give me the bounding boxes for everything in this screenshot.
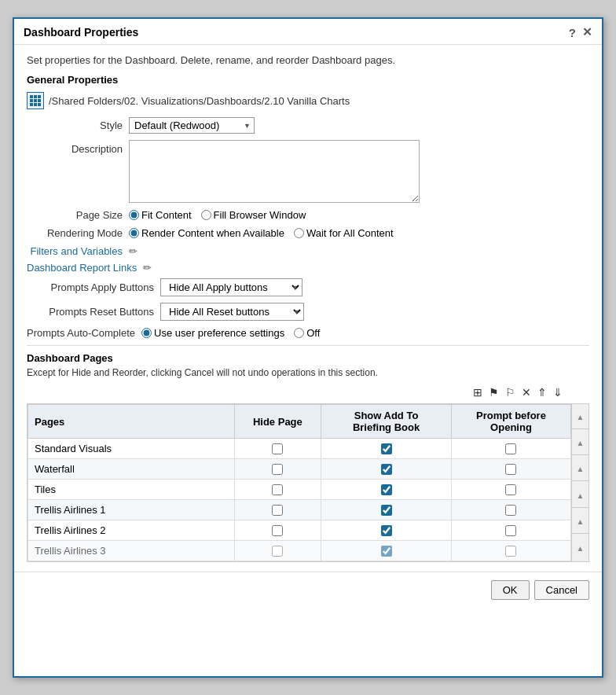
prompts-autocomplete-radio-group: Use user preference settings Off <box>141 327 320 339</box>
hide-page-trellis2 <box>234 520 321 541</box>
ok-button[interactable]: OK <box>491 580 530 600</box>
table-row: Standard Visuals <box>28 439 571 459</box>
rendering-mode-radio-group: Render Content when Available Wait for A… <box>129 227 394 239</box>
hide-checkbox-standard-visuals[interactable] <box>272 443 283 454</box>
scroll-btn-6[interactable]: ▲ <box>572 536 588 560</box>
autocomplete-user-pref-label: Use user preference settings <box>154 327 284 339</box>
scroll-btn-3[interactable]: ▲ <box>572 458 588 481</box>
table-row: Trellis Airlines 1 <box>28 500 571 520</box>
pages-table-outer: Pages Hide Page Show Add ToBriefing Book… <box>27 403 589 562</box>
prompt-checkbox-standard-visuals[interactable] <box>505 443 516 454</box>
report-links-pencil-icon[interactable]: ✏ <box>143 262 152 274</box>
move-up-icon[interactable]: ⇑ <box>536 384 548 400</box>
rendering-mode-label: Rendering Mode <box>27 227 129 239</box>
delete-icon[interactable]: ✕ <box>520 384 533 400</box>
pages-note: Except for Hide and Reorder, clicking Ca… <box>27 367 589 378</box>
pages-section-title: Dashboard Pages <box>27 352 589 364</box>
scroll-btn-1[interactable]: ▲ <box>572 406 588 429</box>
description-textarea[interactable] <box>129 140 420 203</box>
autocomplete-off-option[interactable]: Off <box>294 327 320 339</box>
grid-cell <box>34 103 37 106</box>
prompt-waterfall <box>451 459 570 480</box>
show-add-checkbox-trellis3[interactable] <box>381 546 392 557</box>
rendering-wait-option[interactable]: Wait for All Content <box>294 227 394 239</box>
prompts-apply-select-wrapper: Hide All Apply buttons Show All Apply bu… <box>160 278 302 296</box>
move-down-icon[interactable]: ⇓ <box>552 384 564 400</box>
grid-cell <box>34 99 37 102</box>
prompts-reset-select[interactable]: Hide All Reset buttons Show All Reset bu… <box>160 303 304 321</box>
pages-table-wrapper: Pages Hide Page Show Add ToBriefing Book… <box>27 403 572 562</box>
scroll-btn-2[interactable]: ▲ <box>572 432 588 455</box>
close-icon[interactable]: ✕ <box>582 25 592 39</box>
hide-checkbox-trellis3[interactable] <box>272 546 283 557</box>
pages-table: Pages Hide Page Show Add ToBriefing Book… <box>28 404 571 561</box>
table-row: Trellis Airlines 2 <box>28 520 571 541</box>
page-name-trellis1: Trellis Airlines 1 <box>28 500 235 520</box>
prompt-checkbox-waterfall[interactable] <box>505 464 516 475</box>
dialog-footer: OK Cancel <box>14 572 602 608</box>
prompts-autocomplete-label: Prompts Auto-Complete <box>27 327 141 339</box>
hide-checkbox-tiles[interactable] <box>272 484 283 495</box>
dashboard-properties-dialog: Dashboard Properties ? ✕ Set properties … <box>13 17 603 678</box>
page-name-tiles: Tiles <box>28 480 235 500</box>
grid-cell <box>30 99 33 102</box>
dialog-header: Dashboard Properties ? ✕ <box>14 19 602 45</box>
scroll-btn-5[interactable]: ▲ <box>572 510 588 534</box>
show-add-trellis3 <box>321 541 452 561</box>
filter1-icon[interactable]: ⚑ <box>487 384 500 400</box>
filter2-icon[interactable]: ⚐ <box>504 384 517 400</box>
scroll-btn-4[interactable]: ▲ <box>572 484 588 508</box>
cancel-button[interactable]: Cancel <box>534 580 589 600</box>
prompts-autocomplete-row: Prompts Auto-Complete Use user preferenc… <box>27 327 589 339</box>
grid-cell <box>38 95 41 98</box>
page-size-row: Page Size Fit Content Fill Browser Windo… <box>27 209 589 221</box>
grid-cell <box>38 99 41 102</box>
autocomplete-off-radio[interactable] <box>294 328 304 338</box>
hide-checkbox-waterfall[interactable] <box>272 464 283 475</box>
page-size-fit-radio[interactable] <box>129 210 139 220</box>
hide-checkbox-trellis1[interactable] <box>272 505 283 516</box>
filters-pencil-icon[interactable]: ✏ <box>129 245 138 257</box>
show-add-checkbox-waterfall[interactable] <box>381 464 392 475</box>
autocomplete-user-pref-option[interactable]: Use user preference settings <box>141 327 284 339</box>
page-name-standard-visuals: Standard Visuals <box>28 439 235 459</box>
rendering-available-option[interactable]: Render Content when Available <box>129 227 284 239</box>
table-scroll-buttons: ▲ ▲ ▲ ▲ ▲ ▲ <box>572 403 589 562</box>
style-select-wrapper: Default (Redwood) Default Modern <box>129 117 255 134</box>
hide-page-waterfall <box>234 459 321 480</box>
style-row: Style Default (Redwood) Default Modern <box>27 117 589 134</box>
prompt-checkbox-trellis3[interactable] <box>505 546 516 557</box>
col-header-pages: Pages <box>28 405 235 439</box>
page-size-fill-radio[interactable] <box>201 210 211 220</box>
autocomplete-user-pref-radio[interactable] <box>141 328 152 338</box>
prompt-checkbox-trellis2[interactable] <box>505 525 516 536</box>
prompts-reset-label: Prompts Reset Buttons <box>27 306 160 318</box>
prompt-checkbox-tiles[interactable] <box>505 484 516 495</box>
prompts-apply-select[interactable]: Hide All Apply buttons Show All Apply bu… <box>160 278 302 296</box>
show-add-waterfall <box>321 459 452 480</box>
help-icon[interactable]: ? <box>569 26 576 39</box>
general-properties-title: General Properties <box>27 74 589 86</box>
hide-checkbox-trellis2[interactable] <box>272 525 283 536</box>
show-add-checkbox-trellis1[interactable] <box>381 505 392 516</box>
show-add-checkbox-tiles[interactable] <box>381 484 392 495</box>
page-size-fill-option[interactable]: Fill Browser Window <box>201 209 306 221</box>
rendering-wait-radio[interactable] <box>294 228 304 238</box>
show-add-checkbox-standard-visuals[interactable] <box>381 443 392 454</box>
description-row: Description <box>27 140 589 203</box>
dialog-title: Dashboard Properties <box>24 26 138 39</box>
show-add-checkbox-trellis2[interactable] <box>381 525 392 536</box>
page-name-trellis3: Trellis Airlines 3 <box>28 541 235 561</box>
rendering-available-radio[interactable] <box>129 228 139 238</box>
copy-icon[interactable]: ⊞ <box>471 384 484 400</box>
grid-cell <box>38 103 41 106</box>
prompt-tiles <box>451 480 570 500</box>
style-select[interactable]: Default (Redwood) Default Modern <box>129 117 255 134</box>
prompts-reset-row: Prompts Reset Buttons Hide All Reset but… <box>27 303 589 321</box>
prompt-checkbox-trellis1[interactable] <box>505 505 516 516</box>
pages-toolbar: ⊞ ⚑ ⚐ ✕ ⇑ ⇓ <box>27 384 589 400</box>
page-size-fit-option[interactable]: Fit Content <box>129 209 192 221</box>
rendering-mode-row: Rendering Mode Render Content when Avail… <box>27 227 589 239</box>
prompts-reset-select-wrapper: Hide All Reset buttons Show All Reset bu… <box>160 303 304 321</box>
rendering-wait-label: Wait for All Content <box>306 227 394 239</box>
